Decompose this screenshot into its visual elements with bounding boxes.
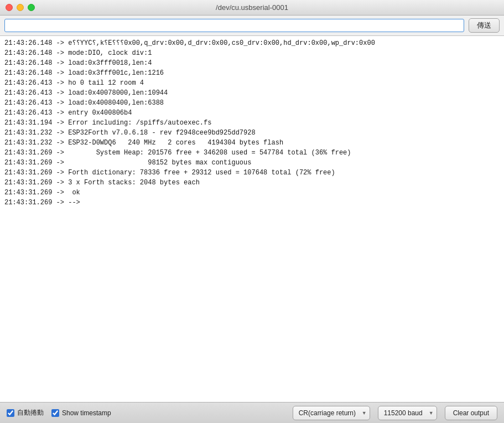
show-timestamp-checkbox[interactable] (51, 409, 59, 417)
log-line: 21:43:31.269 -> Forth dictionary: 78336 … (4, 168, 500, 178)
show-timestamp-label: Show timestamp (62, 409, 111, 417)
minimize-button[interactable] (17, 4, 24, 11)
log-line: 21:43:31.269 -> --> (4, 198, 500, 208)
log-line: 21:43:26.413 -> load:0x40080400,len:6388 (4, 98, 500, 108)
bottom-bar: 自動捲動 Show timestamp No line endingNewlin… (0, 402, 504, 423)
log-line: 21:43:31.269 -> 98152 bytes max contiguo… (4, 158, 500, 168)
log-line: 21:43:26.148 -> mode:DIO, clock div:1 (4, 48, 500, 58)
log-line: 21:43:31.269 -> System Heap: 201576 free… (4, 148, 500, 158)
log-line: 21:43:31.232 -> ESP32Forth v7.0.6.18 - r… (4, 128, 500, 138)
auto-scroll-group: 自動捲動 (7, 408, 44, 417)
log-line: 21:43:31.232 -> ESP32-D0WDQ6 240 MHz 2 c… (4, 138, 500, 148)
window-controls[interactable] (6, 4, 35, 11)
log-line: 21:43:26.413 -> ho 0 tail 12 room 4 (4, 78, 500, 88)
window-title: /dev/cu.usbserial-0001 (216, 3, 288, 12)
title-bar: /dev/cu.usbserial-0001 (0, 0, 504, 16)
line-ending-dropdown-group: No line endingNewlineCarriage returnBoth… (293, 406, 370, 420)
log-line: 21:43:26.413 -> entry 0x400806b4 (4, 108, 500, 118)
send-button[interactable]: 傳送 (469, 18, 500, 33)
log-line: 21:43:31.269 -> ok (4, 188, 500, 198)
log-line: 21:43:26.413 -> load:0x40078000,len:1094… (4, 88, 500, 98)
line-ending-select[interactable]: No line endingNewlineCarriage returnBoth… (293, 406, 370, 420)
log-line: 21:43:26.148 -> e⸮⸮YYC⸮,k⸮E⸮⸮⸮0x00,q_drv… (4, 38, 500, 48)
log-line: 21:43:26.148 -> load:0x3fff001c,len:1216 (4, 68, 500, 78)
close-button[interactable] (6, 4, 13, 11)
show-timestamp-group: Show timestamp (51, 409, 111, 417)
input-bar: 傳送 (0, 16, 504, 36)
output-area: 21:43:26.148 -> e⸮⸮YYC⸮,k⸮E⸮⸮⸮0x00,q_drv… (0, 36, 504, 402)
log-line: 21:43:31.194 -> Error including: /spiffs… (4, 118, 500, 128)
log-line: 21:43:31.269 -> 3 x Forth stacks: 2048 b… (4, 178, 500, 188)
baud-rate-select[interactable]: 300 baud1200 baud2400 baud4800 baud9600 … (378, 406, 437, 420)
auto-scroll-checkbox[interactable] (7, 409, 14, 417)
auto-scroll-label: 自動捲動 (17, 408, 44, 417)
maximize-button[interactable] (28, 4, 35, 11)
log-line: 21:43:26.148 -> load:0x3fff0018,len:4 (4, 58, 500, 68)
baud-rate-dropdown-group: 300 baud1200 baud2400 baud4800 baud9600 … (378, 406, 437, 420)
clear-output-button[interactable]: Clear output (445, 406, 497, 420)
command-input[interactable] (4, 19, 464, 32)
